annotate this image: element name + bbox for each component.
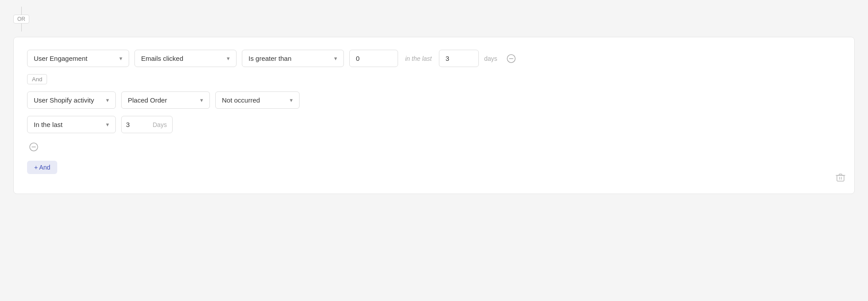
add-and-button[interactable]: + And — [27, 161, 57, 174]
and-badge: And — [27, 74, 47, 84]
event-select-2-chevron: ▾ — [200, 97, 203, 103]
occurrence-select-2-chevron: ▾ — [290, 97, 293, 103]
category-select-2-chevron: ▾ — [106, 97, 109, 103]
or-connector: OR — [13, 7, 29, 32]
occurrence-select-2[interactable]: Not occurred ▾ — [215, 91, 300, 109]
timeframe-select-2[interactable]: In the last ▾ — [27, 116, 116, 133]
timeframe-select-2-chevron: ▾ — [106, 121, 109, 128]
occurrence-select-2-label: Not occurred — [222, 96, 260, 104]
days-with-unit-2: Days — [121, 116, 173, 133]
or-line-bottom — [21, 24, 22, 32]
condition-select-1-label: Is greater than — [249, 55, 292, 62]
category-select-2[interactable]: User Shopify activity ▾ — [27, 91, 116, 109]
category-select-1-chevron: ▾ — [119, 55, 122, 62]
category-select-1[interactable]: User Engagement ▾ — [27, 50, 129, 67]
event-select-2-label: Placed Order — [128, 96, 167, 104]
value-input-1[interactable] — [349, 50, 398, 67]
category-select-2-label: User Shopify activity — [34, 96, 94, 104]
condition-select-1[interactable]: Is greater than ▾ — [242, 50, 344, 67]
condition-select-1-chevron: ▾ — [334, 55, 337, 62]
event-select-2[interactable]: Placed Order ▾ — [121, 91, 210, 109]
svg-rect-4 — [837, 175, 844, 181]
metric-select-1[interactable]: Emails clicked ▾ — [134, 50, 237, 67]
timeframe-select-2-label: In the last — [34, 121, 63, 128]
days-label-1: days — [484, 55, 497, 62]
condition-row-2: User Shopify activity ▾ Placed Order ▾ N… — [27, 91, 841, 109]
page-wrapper: OR User Engagement ▾ Emails clicked ▾ Is… — [0, 0, 868, 301]
remove-condition-2-button[interactable] — [27, 140, 40, 154]
metric-select-1-chevron: ▾ — [227, 55, 230, 62]
add-and-row: + And — [27, 161, 841, 174]
minus-row-2 — [27, 140, 841, 154]
condition-row-1: User Engagement ▾ Emails clicked ▾ Is gr… — [27, 50, 841, 67]
delete-group-button[interactable] — [836, 173, 845, 185]
condition-group: User Engagement ▾ Emails clicked ▾ Is gr… — [13, 37, 855, 194]
days-unit-label-2: Days — [153, 117, 172, 133]
condition-row-3: In the last ▾ Days — [27, 116, 841, 133]
days-input-2[interactable] — [122, 116, 153, 133]
or-line-top — [21, 7, 22, 15]
days-input-1[interactable] — [439, 50, 479, 67]
in-the-last-label-1: in the last — [403, 55, 434, 62]
or-badge: OR — [13, 15, 29, 24]
category-select-1-label: User Engagement — [34, 55, 87, 62]
metric-select-1-label: Emails clicked — [141, 55, 183, 62]
add-and-button-label: + And — [34, 164, 50, 171]
remove-condition-1-button[interactable] — [505, 52, 518, 65]
